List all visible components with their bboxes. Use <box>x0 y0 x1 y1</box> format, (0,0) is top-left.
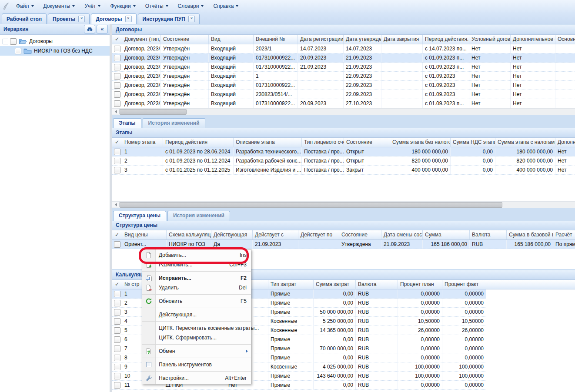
row-checkbox[interactable] <box>114 382 120 389</box>
row-checkbox[interactable] <box>114 46 120 52</box>
column-header[interactable]: Документ (тип, № <box>122 35 161 44</box>
column-header[interactable]: Сумма НДС этапа <box>451 138 495 147</box>
column-header[interactable]: Процент факт <box>442 280 486 289</box>
column-header[interactable]: Тип лицевого счёт <box>302 138 344 147</box>
column-header[interactable]: Период действия <box>163 138 234 147</box>
column-header[interactable]: Дата смены состоя <box>381 230 423 239</box>
close-icon[interactable]: × <box>78 16 85 22</box>
column-header[interactable]: ✓ <box>112 35 122 44</box>
tree-checkbox[interactable] <box>15 48 21 54</box>
menubar-item[interactable]: Документы <box>39 0 80 12</box>
menu-item-current[interactable]: Действующая... <box>142 310 251 319</box>
column-header[interactable]: Сумма затрат <box>314 280 356 289</box>
row-checkbox[interactable] <box>114 309 120 316</box>
search-button[interactable] <box>84 25 95 33</box>
column-header[interactable]: Действующая <box>211 230 253 239</box>
menubar-item[interactable]: Файл <box>11 0 39 12</box>
tree-item-contracts[interactable]: Договоры <box>0 37 110 46</box>
column-header[interactable]: ✓ <box>112 230 122 239</box>
tab-contracts[interactable]: Договоры× <box>91 13 136 24</box>
column-header[interactable]: Валюта <box>356 280 398 289</box>
menu-item-citk-form[interactable]: ЦИТК. Сформировать... <box>142 333 251 342</box>
column-header[interactable]: Основн <box>555 35 575 44</box>
column-header[interactable]: Сумма этапа с налогами <box>495 138 555 147</box>
column-header[interactable]: Процент план <box>398 280 442 289</box>
table-row[interactable]: Договор, 2023/... Утверждён Входящий 017… <box>112 53 575 63</box>
column-header[interactable]: Вид <box>209 35 254 44</box>
table-row[interactable]: Договор, 2023/... Утверждён Входящий 017… <box>112 81 575 90</box>
column-header[interactable]: Вид цены <box>122 230 167 239</box>
row-checkbox[interactable] <box>114 82 120 89</box>
column-header[interactable]: ✓ <box>112 138 122 147</box>
row-checkbox[interactable] <box>114 355 120 361</box>
row-checkbox[interactable] <box>114 318 120 325</box>
menubar-item[interactable]: Словари <box>173 0 209 12</box>
menubar-item[interactable]: Отчёты <box>140 0 173 12</box>
column-header[interactable]: Период действия.. <box>423 35 469 44</box>
menubar-item[interactable]: Учёт <box>80 0 105 12</box>
menu-item-exchange[interactable]: Обмен <box>142 346 251 356</box>
column-header[interactable]: Схема калькуляци <box>167 230 211 239</box>
column-header[interactable]: Внешний № <box>254 35 298 44</box>
column-header[interactable]: Расчёт <box>553 230 575 239</box>
row-checkbox[interactable] <box>114 364 120 370</box>
menu-item-refresh[interactable]: Обновить F5 <box>142 296 251 306</box>
column-header[interactable]: Действует с <box>253 230 298 239</box>
menu-item-delete[interactable]: Удалить Del <box>142 283 251 292</box>
row-checkbox[interactable] <box>114 291 120 297</box>
column-header[interactable]: Условный договор <box>469 35 511 44</box>
row-checkbox[interactable] <box>114 167 120 173</box>
table-row[interactable]: Договор, 2023/... Утверждён Входящий 017… <box>112 63 575 72</box>
tab-projects[interactable]: Проекты× <box>48 13 90 24</box>
column-header[interactable]: Описание этапа <box>234 138 302 147</box>
column-header[interactable]: Действует по <box>298 230 339 239</box>
tab-desktop[interactable]: Рабочий стол <box>2 13 47 24</box>
column-header[interactable]: ✓ <box>112 280 122 289</box>
scroll-left-button[interactable] <box>112 109 120 114</box>
column-header[interactable]: Номер этапа <box>122 138 163 147</box>
table-row[interactable]: 1 с 01.09.2023 по 28.06.2024 Разработка … <box>112 147 575 156</box>
column-header[interactable]: Сумма <box>423 230 470 239</box>
table-row[interactable]: 3 с 01.01.2025 по 01.12.2025 Изготовлени… <box>112 166 575 175</box>
table-row[interactable]: 2 с 01.09.2023 по 01.12.2024 Разработка … <box>112 156 575 166</box>
menu-item-toolbar[interactable]: Панель инструментов <box>142 360 251 369</box>
row-checkbox[interactable] <box>114 100 120 107</box>
tab-stages[interactable]: Этапы <box>113 118 141 128</box>
column-header[interactable]: Сумма в базовой в <box>507 230 553 239</box>
scroll-left-button[interactable] <box>112 202 120 207</box>
column-header[interactable]: Тип затрат <box>268 280 314 289</box>
column-header[interactable]: Состояние <box>344 138 390 147</box>
close-icon[interactable]: × <box>188 16 195 22</box>
menu-item-edit[interactable]: Исправить... F2 <box>142 273 251 283</box>
collapse-panel-button[interactable]: « <box>97 25 108 33</box>
scrollbar-thumb[interactable] <box>120 202 502 208</box>
row-checkbox[interactable] <box>114 327 120 334</box>
row-checkbox[interactable] <box>114 64 120 70</box>
row-checkbox[interactable] <box>114 373 120 379</box>
tab-stages-history[interactable]: История изменений <box>143 118 205 128</box>
row-checkbox[interactable] <box>114 241 120 248</box>
column-header[interactable]: Дополн <box>555 138 575 147</box>
column-header[interactable]: Дата утверждения <box>344 35 381 44</box>
menubar-item[interactable]: Справка <box>208 0 243 12</box>
close-icon[interactable]: × <box>125 16 132 22</box>
row-checkbox[interactable] <box>114 55 120 61</box>
row-checkbox[interactable] <box>114 73 120 80</box>
row-checkbox[interactable] <box>114 300 120 306</box>
tab-price-structure[interactable]: Структура цены <box>113 211 166 221</box>
tree-checkbox[interactable] <box>10 38 17 45</box>
row-checkbox[interactable] <box>114 158 120 164</box>
table-row[interactable]: Договор, 2023/... Утверждён Входящий 202… <box>112 44 575 53</box>
tree-item-niokr[interactable]: НИОКР по ГОЗ без НДС <box>0 46 110 56</box>
row-checkbox[interactable] <box>114 91 120 98</box>
column-header[interactable]: Дата регистрации <box>298 35 344 44</box>
tab-price-history[interactable]: История изменений <box>167 211 230 221</box>
column-header[interactable]: Дополнительное с <box>511 35 555 44</box>
tab-pup-instructions[interactable]: Инструкции ПУП× <box>138 13 200 24</box>
column-header[interactable]: Валюта <box>470 230 507 239</box>
column-header[interactable]: Состояние <box>339 230 381 239</box>
row-checkbox[interactable] <box>114 149 120 155</box>
table-row[interactable]: Договор, 2023/... Утверждён Входящий 1 2… <box>112 72 575 81</box>
menu-item-citk-recalc[interactable]: ЦИТК. Пересчитать косвенные затраты... <box>142 323 251 333</box>
table-row[interactable]: Договор, 2023/... Утверждён Входящий 017… <box>112 99 575 108</box>
